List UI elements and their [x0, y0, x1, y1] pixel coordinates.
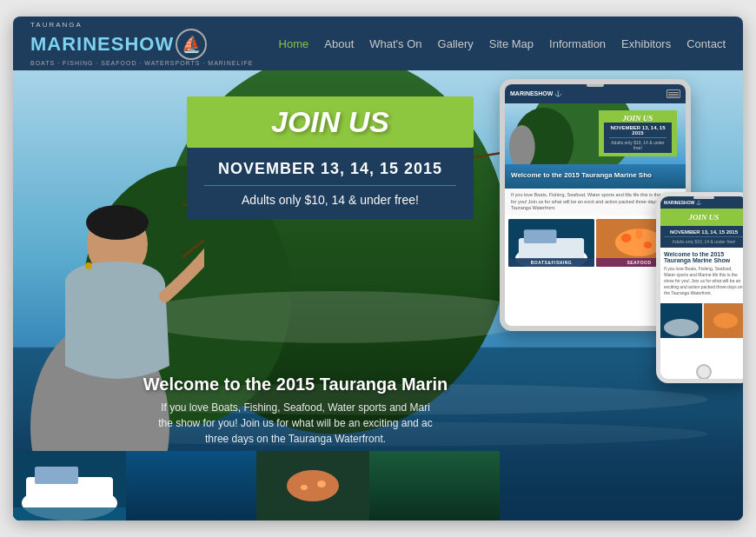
devices-mockup: MARINESHOW ⚓	[482, 79, 743, 520]
join-us-banner: JOIN US	[187, 96, 474, 148]
welcome-area: Welcome to the 2015 Tauranga Marin If yo…	[126, 375, 465, 447]
iphone-date-box: NOVEMBER 13, 14, 15 2015 Adults only $10…	[660, 226, 743, 248]
svg-point-40	[664, 319, 699, 336]
svg-point-12	[85, 262, 92, 269]
browser-window: TAURANGA MARINESHOW ⛵ BOATS · FISHING · …	[13, 17, 743, 520]
nav-home[interactable]: Home	[279, 37, 309, 50]
svg-point-22	[317, 481, 326, 487]
nav-gallery[interactable]: Gallery	[438, 37, 474, 50]
logo-main: MARINESHOW	[30, 35, 174, 54]
price-text: Adults only $10, 14 & under free!	[204, 193, 456, 207]
logo-text: TAURANGA MARINESHOW ⛵ BOATS · FISHING · …	[30, 21, 253, 66]
iphone-join-banner: JOIN US	[660, 209, 743, 226]
nav-links: Home About What's On Gallery Site Map In…	[279, 37, 726, 50]
ipad-join-banner: JOIN US NOVEMBER 13, 14, 15 2015 Adults …	[599, 110, 677, 156]
nav-whats-on[interactable]: What's On	[369, 37, 421, 50]
nav-site-map[interactable]: Site Map	[489, 37, 534, 50]
svg-rect-18	[35, 467, 78, 484]
ipad-navbar: MARINESHOW ⚓	[505, 84, 686, 103]
ipad-gallery-boats: BOATS&FISHING	[508, 219, 594, 267]
iphone-content: Welcome to the 2015 Tauranga Marine Show…	[660, 248, 743, 300]
svg-rect-19	[13, 507, 126, 520]
svg-point-23	[301, 485, 308, 490]
svg-point-37	[636, 229, 643, 239]
svg-point-36	[643, 242, 652, 249]
ipad-logo: MARINESHOW ⚓	[510, 90, 562, 97]
ipad-welcome-bg: Welcome to the 2015 Tauranga Marine Sho	[505, 164, 686, 189]
nav-contact[interactable]: Contact	[686, 37, 726, 50]
navbar: TAURANGA MARINESHOW ⛵ BOATS · FISHING · …	[13, 17, 743, 70]
welcome-title: Welcome to the 2015 Tauranga Marin	[126, 375, 465, 394]
svg-rect-31	[524, 229, 557, 243]
gallery-boats-label: BOATS&FISHING	[508, 258, 594, 267]
logo-area: TAURANGA MARINESHOW ⛵ BOATS · FISHING · …	[30, 21, 253, 66]
svg-point-9	[86, 205, 149, 240]
iphone-gallery	[660, 303, 743, 338]
hero-content-box: JOIN US NOVEMBER 13, 14, 15 2015 Adults …	[187, 96, 474, 219]
logo-sub: BOATS · FISHING · SEAFOOD · WATERSPORTS …	[30, 60, 253, 66]
hero-section: JOIN US NOVEMBER 13, 14, 15 2015 Adults …	[13, 70, 743, 520]
svg-point-21	[287, 470, 339, 501]
iphone-screen: MARINESHOW ⚓ JOIN US NOVEMBER 13, 14, 15…	[660, 196, 743, 379]
ipad-date-box: NOVEMBER 13, 14, 15 2015 Adults only $10…	[604, 123, 672, 153]
iphone-mockup: MARINESHOW ⚓ JOIN US NOVEMBER 13, 14, 15…	[656, 192, 743, 383]
svg-point-35	[621, 234, 632, 242]
ipad-hero: JOIN US NOVEMBER 13, 14, 15 2015 Adults …	[505, 103, 686, 164]
logo-tauranga: TAURANGA	[30, 21, 253, 29]
logo-icon: ⛵	[176, 29, 207, 60]
nav-exhibitors[interactable]: Exhibitors	[621, 37, 671, 50]
date-box: NOVEMBER 13, 14, 15 2015 Adults only $10…	[187, 148, 474, 219]
iphone-logo: MARINESHOW ⚓	[664, 200, 701, 205]
event-date: NOVEMBER 13, 14, 15 2015	[204, 160, 456, 178]
svg-point-41	[713, 313, 738, 328]
welcome-description: If you love Boats, Fishing, Seafood, Wat…	[126, 400, 465, 447]
nav-information[interactable]: Information	[549, 37, 606, 50]
join-us-text: JOIN US	[271, 105, 389, 138]
strip-boat	[13, 451, 256, 520]
bottom-image-strip	[13, 451, 500, 520]
nav-about[interactable]: About	[324, 37, 354, 50]
strip-fishing	[256, 451, 500, 520]
